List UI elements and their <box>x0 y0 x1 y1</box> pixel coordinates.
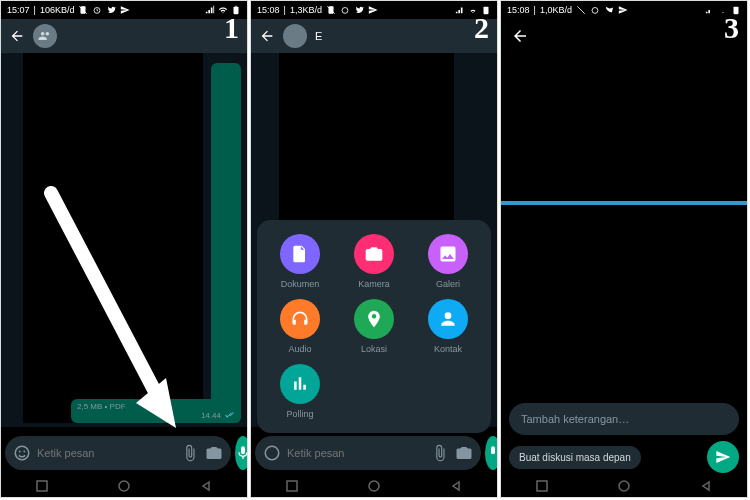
input-bar <box>251 433 497 473</box>
status-time: 15:08 <box>257 5 280 15</box>
nav-recent-icon[interactable] <box>285 479 299 493</box>
message-input-pill[interactable] <box>255 436 481 470</box>
nav-home-icon[interactable] <box>117 479 131 493</box>
camera-icon[interactable] <box>455 444 473 462</box>
attach-cam[interactable]: Kamera <box>339 234 409 289</box>
svg-point-12 <box>265 446 279 460</box>
svg-point-6 <box>19 451 21 453</box>
signal-icon <box>455 5 465 15</box>
step-badge: 1 <box>224 11 239 45</box>
screenshot-step-3: 3 15:08| 1,0KB/d Tambah keterangan… Buat… <box>500 0 748 498</box>
android-nav <box>501 475 747 497</box>
back-icon[interactable] <box>9 28 25 44</box>
status-time: 15:08 <box>507 5 530 15</box>
send-icon <box>120 5 130 15</box>
nav-back-icon[interactable] <box>699 479 713 493</box>
attach-aud[interactable]: Audio <box>265 299 335 354</box>
signal-icon <box>205 5 215 15</box>
svg-point-15 <box>592 8 598 14</box>
send-row: Buat diskusi masa depan <box>509 441 739 473</box>
svg-point-7 <box>23 451 25 453</box>
nav-home-icon[interactable] <box>367 479 381 493</box>
screenshot-step-1: 1 15:07 | 106KB/d 2,5 MB • PDF 14.44 <box>0 0 248 498</box>
double-check-icon <box>223 412 235 420</box>
chat-header <box>1 19 247 53</box>
avatar[interactable] <box>33 24 57 48</box>
emoji-icon[interactable] <box>13 444 31 462</box>
status-bar: 15:08| 1,0KB/d <box>501 1 747 19</box>
status-bar: 15:07 | 106KB/d <box>1 1 247 19</box>
svg-point-14 <box>369 481 379 491</box>
attach-loc[interactable]: Lokasi <box>339 299 409 354</box>
caption-placeholder: Tambah keterangan… <box>521 413 629 425</box>
no-sim-icon <box>576 5 586 15</box>
camera-icon[interactable] <box>205 444 223 462</box>
svg-line-3 <box>51 193 161 403</box>
svg-rect-17 <box>537 481 547 491</box>
document-preview-bar <box>501 201 747 205</box>
attach-doc[interactable]: Dokumen <box>265 234 335 289</box>
screenshot-step-2: 2 15:08| 1,3KB/d E 6.png DokumenKameraGa… <box>250 0 498 498</box>
attach-icon[interactable] <box>431 444 449 462</box>
svg-rect-2 <box>235 6 237 7</box>
chat-header: E <box>251 19 497 53</box>
mic-button[interactable] <box>485 436 498 470</box>
svg-point-5 <box>15 446 29 460</box>
send-button[interactable] <box>707 441 739 473</box>
alarm-icon <box>340 5 350 15</box>
twitter-icon <box>354 5 364 15</box>
send-icon <box>368 5 378 15</box>
status-time: 15:07 <box>7 5 30 15</box>
step-badge: 3 <box>724 11 739 45</box>
send-icon <box>618 5 628 15</box>
back-icon[interactable] <box>511 27 529 45</box>
message-input[interactable] <box>37 447 175 459</box>
emoji-icon[interactable] <box>263 444 281 462</box>
nav-recent-icon[interactable] <box>535 479 549 493</box>
status-net: 1,0KB/d <box>540 5 572 15</box>
chat-title-initial: E <box>315 30 322 42</box>
nav-home-icon[interactable] <box>617 479 631 493</box>
attach-icon[interactable] <box>181 444 199 462</box>
nav-recent-icon[interactable] <box>35 479 49 493</box>
svg-point-9 <box>119 481 129 491</box>
android-nav <box>1 475 247 497</box>
attach-con[interactable]: Kontak <box>413 299 483 354</box>
signal-icon <box>705 5 715 15</box>
svg-rect-8 <box>37 481 47 491</box>
caption-input[interactable]: Tambah keterangan… <box>509 403 739 435</box>
mic-button[interactable] <box>235 436 248 470</box>
tutorial-arrow-icon <box>31 183 191 433</box>
message-input-pill[interactable] <box>5 436 231 470</box>
chat-body: 2,5 MB • PDF 14.44 <box>1 53 247 427</box>
svg-rect-13 <box>287 481 297 491</box>
alarm-icon <box>92 5 102 15</box>
preview-header <box>501 19 747 53</box>
svg-point-10 <box>342 8 348 14</box>
step-badge: 2 <box>474 11 489 45</box>
status-bar: 15:08| 1,3KB/d <box>251 1 497 19</box>
status-net: 106KB/d <box>40 5 75 15</box>
nav-back-icon[interactable] <box>199 479 213 493</box>
no-sim-icon <box>326 5 336 15</box>
twitter-icon <box>604 5 614 15</box>
attachment-sheet: DokumenKameraGaleriAudioLokasiKontakPoll… <box>257 220 491 433</box>
android-nav <box>251 475 497 497</box>
twitter-icon <box>106 5 116 15</box>
message-bubble <box>211 63 241 423</box>
input-bar <box>1 433 247 473</box>
status-net: 1,3KB/d <box>290 5 322 15</box>
recipient-chip[interactable]: Buat diskusi masa depan <box>509 446 641 469</box>
avatar[interactable] <box>283 24 307 48</box>
attach-pol[interactable]: Polling <box>265 364 335 419</box>
no-sim-icon <box>78 5 88 15</box>
attach-gal[interactable]: Galeri <box>413 234 483 289</box>
back-icon[interactable] <box>259 28 275 44</box>
svg-point-18 <box>619 481 629 491</box>
nav-back-icon[interactable] <box>449 479 463 493</box>
message-input[interactable] <box>287 447 425 459</box>
alarm-icon <box>590 5 600 15</box>
